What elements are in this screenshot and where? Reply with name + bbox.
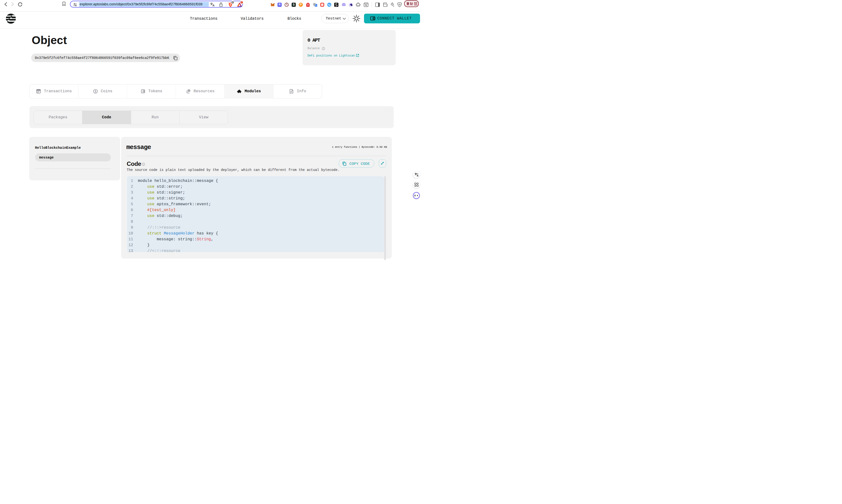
svg-text:A: A [212, 4, 214, 6]
svg-text:A: A [417, 174, 418, 177]
